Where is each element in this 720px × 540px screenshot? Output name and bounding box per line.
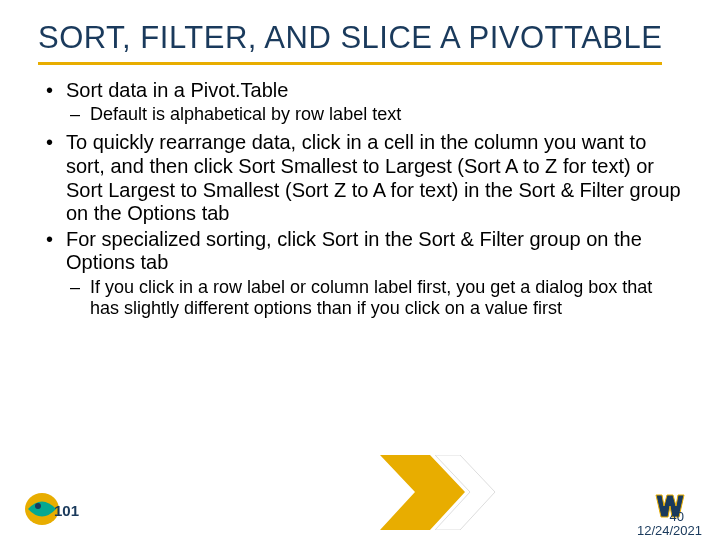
slide-footer: 101 40 12/24/2021	[0, 478, 720, 540]
slide-title: SORT, FILTER, AND SLICE A PIVOTTABLE	[38, 20, 662, 65]
bullet-l1: Sort data in a Pivot.Table	[38, 79, 682, 103]
bullet-l1: To quickly rearrange data, click in a ce…	[38, 131, 682, 225]
slide-date: 12/24/2021	[637, 523, 702, 538]
bullet-l2: If you click in a row label or column la…	[38, 277, 682, 319]
svg-point-1	[35, 503, 41, 509]
slide-body: Sort data in a Pivot.Table Default is al…	[38, 79, 682, 320]
bullet-l2: Default is alphabetical by row label tex…	[38, 104, 682, 125]
bullet-l1: For specialized sorting, click Sort in t…	[38, 228, 682, 275]
svg-text:101: 101	[54, 502, 79, 519]
course-logo-icon: 101	[24, 490, 82, 528]
page-number: 40	[670, 509, 684, 524]
chevron-decoration-icon	[380, 455, 500, 530]
